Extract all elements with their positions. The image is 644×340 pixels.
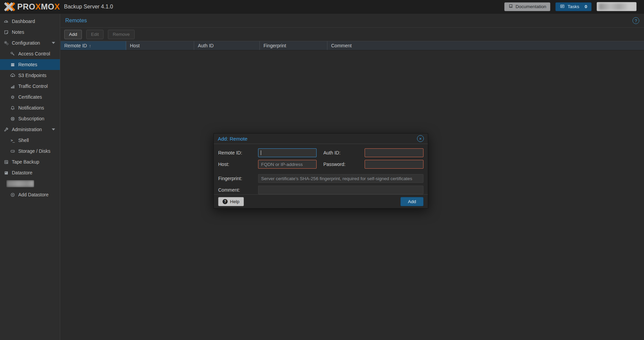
note-icon	[3, 29, 9, 35]
product-version-label: Backup Server 4.1.0	[64, 4, 113, 10]
sidebar-item-notes[interactable]: Notes	[0, 27, 60, 38]
sort-ascending-icon: ↑	[89, 43, 91, 48]
cloud-upload-icon	[10, 73, 15, 78]
tape-icon	[3, 159, 9, 165]
dialog-footer: ? Help Add	[214, 194, 428, 208]
sidebar-item-notifications[interactable]: Notifications	[0, 102, 60, 113]
remote-id-input[interactable]	[258, 148, 317, 157]
documentation-button[interactable]: Documentation	[504, 2, 550, 11]
sidebar-item-traffic-control[interactable]: Traffic Control	[0, 81, 60, 92]
sidebar-item-datastore[interactable]: Datastore	[0, 167, 60, 178]
wrench-icon	[3, 127, 9, 132]
comment-field-wrap	[258, 186, 423, 194]
traffic-chart-icon	[10, 83, 15, 89]
edit-remote-button[interactable]: Edit	[86, 30, 104, 39]
auth-id-input[interactable]	[365, 148, 423, 157]
tasks-button[interactable]: Tasks 0	[555, 2, 592, 11]
user-menu-button-redacted[interactable]	[597, 2, 637, 11]
sidebar-item-s3-endpoints[interactable]: S3 Endpoints	[0, 70, 60, 81]
sidebar-item-remotes[interactable]: Remotes	[0, 59, 60, 70]
masthead: PROXMOX Backup Server 4.1.0 Documentatio…	[0, 0, 644, 14]
remotes-table-header: Remote ID ↑ Host Auth ID Fingerprint Com…	[61, 41, 644, 50]
fingerprint-label: Fingerprint:	[218, 176, 258, 181]
host-input[interactable]	[258, 160, 317, 169]
auth-id-label: Auth ID:	[323, 150, 365, 155]
navigation-sidebar: Dashboard Notes Configuration Access Con…	[0, 14, 60, 340]
sidebar-item-add-datastore[interactable]: Add Datastore	[0, 189, 60, 200]
hdd-icon	[10, 148, 15, 154]
dialog-add-button[interactable]: Add	[400, 197, 423, 206]
sidebar-item-dashboard[interactable]: Dashboard	[0, 16, 60, 27]
datastore-entry-redacted[interactable]	[6, 180, 34, 187]
dashboard-gauge-icon	[3, 19, 9, 24]
sidebar-item-tape-backup[interactable]: Tape Backup	[0, 156, 60, 167]
proxmox-logo: PROXMOX	[4, 2, 60, 12]
fingerprint-field-wrap	[258, 174, 423, 183]
password-input[interactable]	[365, 160, 423, 169]
brand-wordmark: PROXMOX	[17, 2, 60, 11]
question-circle-icon: ?	[223, 199, 228, 204]
plus-circle-icon	[10, 192, 15, 197]
password-label: Password:	[323, 162, 365, 167]
dialog-title: Add: Remote	[218, 136, 248, 142]
tasks-count-badge: 0	[584, 4, 587, 9]
key-icon	[10, 51, 15, 56]
proxmox-x-icon	[4, 2, 14, 12]
comment-label: Comment:	[218, 187, 258, 193]
remotes-icon	[10, 62, 15, 67]
dialog-header: Add: Remote ×	[214, 133, 428, 144]
column-header-comment[interactable]: Comment	[327, 41, 644, 50]
terminal-icon: >_	[10, 138, 15, 143]
close-icon[interactable]: ×	[417, 135, 424, 142]
password-field-wrap	[365, 160, 423, 169]
remote-id-label: Remote ID:	[218, 150, 258, 155]
sidebar-item-certificates[interactable]: Certificates	[0, 92, 60, 102]
proxmox-backup-server-app: PROXMOX Backup Server 4.1.0 Documentatio…	[0, 0, 644, 340]
chevron-down-icon[interactable]	[52, 128, 55, 130]
remote-id-field-wrap	[258, 148, 317, 157]
chevron-down-icon[interactable]	[52, 42, 55, 44]
fingerprint-input[interactable]	[258, 174, 423, 183]
comment-input[interactable]	[258, 186, 423, 194]
gears-icon	[3, 40, 9, 46]
sidebar-item-administration[interactable]: Administration	[0, 124, 60, 135]
host-label: Host:	[218, 162, 258, 167]
host-field-wrap	[258, 160, 317, 169]
sidebar-item-configuration[interactable]: Configuration	[0, 38, 60, 48]
text-caret	[261, 150, 261, 155]
column-header-fingerprint[interactable]: Fingerprint	[260, 41, 327, 50]
column-header-host[interactable]: Host	[126, 41, 194, 50]
add-remote-dialog: Add: Remote × Remote ID: Auth ID: Host:	[213, 133, 428, 209]
certificate-icon	[10, 94, 15, 100]
bell-icon	[10, 105, 15, 111]
sidebar-item-shell[interactable]: >_ Shell	[0, 135, 60, 146]
sidebar-item-subscription[interactable]: Subscription	[0, 113, 60, 124]
remotes-toolbar: Add Edit Remove	[61, 28, 644, 41]
remove-remote-button[interactable]: Remove	[108, 30, 134, 39]
sidebar-item-access-control[interactable]: Access Control	[0, 48, 60, 59]
column-header-auth-id[interactable]: Auth ID	[194, 41, 260, 50]
datastore-icon	[3, 170, 9, 175]
help-circle-icon[interactable]: ?	[632, 17, 639, 24]
column-header-remote-id[interactable]: Remote ID ↑	[61, 41, 126, 50]
page-title: Remotes	[65, 18, 87, 24]
task-list-icon	[560, 4, 565, 10]
sidebar-item-storage-disks[interactable]: Storage / Disks	[0, 146, 60, 156]
lifering-icon	[10, 116, 15, 121]
add-remote-button[interactable]: Add	[64, 30, 82, 39]
book-icon	[508, 4, 513, 9]
help-button[interactable]: ? Help	[218, 197, 244, 206]
panel-titlebar: Remotes ?	[61, 14, 644, 28]
auth-id-field-wrap	[365, 148, 423, 157]
